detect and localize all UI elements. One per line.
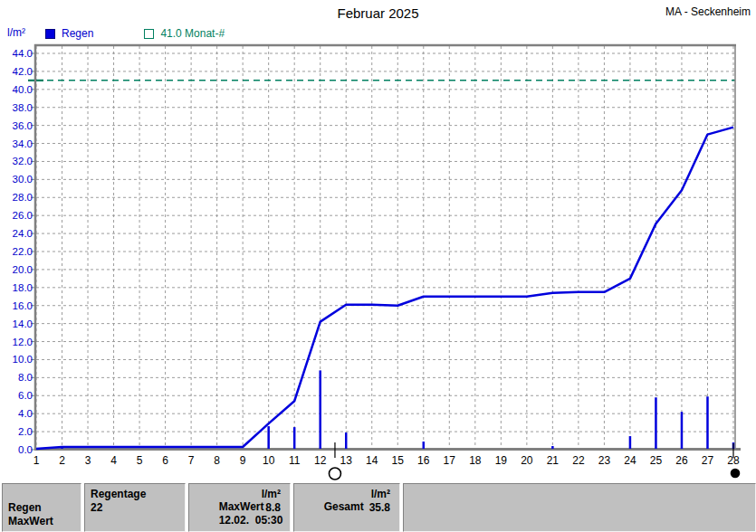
svg-text:8.0: 8.0 <box>18 372 33 383</box>
statusbar-panel-maxwert: MaxWert l/m² 12.02. 05:30 8.8 <box>188 483 291 532</box>
svg-text:10: 10 <box>263 454 275 467</box>
svg-text:4.0: 4.0 <box>18 408 33 419</box>
gesamt-value-row: 35.8 <box>300 501 395 514</box>
maxwert-value-row: 12.02. 05:30 8.8 <box>195 501 285 514</box>
svg-text:16: 16 <box>417 454 430 467</box>
maxwert-value: 8.8 <box>265 501 281 514</box>
svg-text:11: 11 <box>289 454 301 467</box>
svg-text:34.0: 34.0 <box>13 138 33 149</box>
svg-text:15: 15 <box>392 454 405 467</box>
svg-text:26: 26 <box>675 454 688 467</box>
svg-text:4: 4 <box>110 454 117 467</box>
svg-text:2.0: 2.0 <box>18 426 33 437</box>
statusbar-row-label-regen: Regen <box>8 501 76 514</box>
svg-text:22: 22 <box>572 454 585 467</box>
svg-text:1: 1 <box>33 454 40 467</box>
new-moon-icon <box>732 470 740 478</box>
maxwert-datetime: 12.02. 05:30 <box>219 514 283 527</box>
svg-text:21: 21 <box>547 454 560 467</box>
v-gridlines <box>36 46 733 449</box>
rain-bars <box>36 370 733 449</box>
svg-text:3: 3 <box>85 454 91 467</box>
rain-chart: 0.02.04.06.08.010.012.014.016.018.020.02… <box>0 0 756 532</box>
svg-text:5: 5 <box>137 454 143 467</box>
svg-text:44.0: 44.0 <box>13 48 33 59</box>
regentage-value: 22 <box>91 501 180 514</box>
svg-text:2: 2 <box>59 454 65 467</box>
svg-text:38.0: 38.0 <box>13 102 33 113</box>
svg-text:28.0: 28.0 <box>13 192 33 203</box>
chart-frame <box>34 44 741 450</box>
gesamt-unit: l/m² <box>371 488 390 500</box>
svg-text:9: 9 <box>240 454 246 467</box>
svg-text:42.0: 42.0 <box>13 66 33 77</box>
svg-text:40.0: 40.0 <box>13 84 33 95</box>
svg-text:24.0: 24.0 <box>13 228 33 239</box>
svg-text:7: 7 <box>188 454 195 467</box>
svg-text:28: 28 <box>727 454 740 467</box>
statusbar-row-label-maxwert: MaxWert <box>8 515 76 527</box>
regentage-header: Regentage <box>91 488 180 500</box>
svg-text:26.0: 26.0 <box>13 210 33 221</box>
svg-text:6.0: 6.0 <box>18 390 33 401</box>
statusbar-panel-gesamt: Gesamt l/m² 35.8 <box>293 483 400 532</box>
svg-text:14.0: 14.0 <box>13 318 33 329</box>
svg-text:12: 12 <box>314 454 327 467</box>
gesamt-header: Gesamt l/m² <box>300 488 395 500</box>
statusbar-panel-empty <box>403 483 756 532</box>
svg-text:8: 8 <box>214 454 220 467</box>
rain-statistics-window: Februar 2025 MA - Seckenheim l/m² Regen … <box>0 0 756 532</box>
full-moon-icon <box>329 468 340 480</box>
svg-text:20: 20 <box>521 454 533 467</box>
svg-text:14: 14 <box>366 454 378 467</box>
svg-text:0.0: 0.0 <box>18 444 33 455</box>
svg-text:6: 6 <box>162 454 168 467</box>
maxwert-header: MaxWert l/m² <box>195 488 285 500</box>
statusbar-panel-series: Regen MaxWert <box>2 483 81 532</box>
svg-text:23: 23 <box>598 454 611 467</box>
svg-text:17: 17 <box>444 454 456 467</box>
svg-text:13: 13 <box>340 454 353 467</box>
svg-text:12.0: 12.0 <box>13 337 33 347</box>
svg-text:20.0: 20.0 <box>13 264 33 275</box>
svg-text:27: 27 <box>702 454 714 467</box>
maxwert-unit: l/m² <box>262 488 281 500</box>
statusbar: Regen MaxWert Regentage 22 MaxWert l/m² … <box>0 483 756 532</box>
svg-text:18: 18 <box>469 454 482 467</box>
y-axis-labels: 0.02.04.06.08.010.012.014.016.018.020.02… <box>13 48 33 455</box>
svg-text:22.0: 22.0 <box>13 246 33 257</box>
svg-text:25: 25 <box>650 454 663 467</box>
statusbar-panel-regentage: Regentage 22 <box>84 483 186 532</box>
svg-text:32.0: 32.0 <box>13 156 33 166</box>
x-axis-labels: 1234567891011121314151617181920212223242… <box>33 454 740 467</box>
svg-text:10.0: 10.0 <box>13 354 33 365</box>
svg-text:19: 19 <box>495 454 508 467</box>
svg-text:16.0: 16.0 <box>13 300 33 311</box>
gesamt-value: 35.8 <box>369 501 390 514</box>
svg-text:30.0: 30.0 <box>13 174 33 185</box>
svg-text:18.0: 18.0 <box>13 282 33 293</box>
svg-text:36.0: 36.0 <box>13 120 33 131</box>
svg-text:24: 24 <box>624 454 636 467</box>
